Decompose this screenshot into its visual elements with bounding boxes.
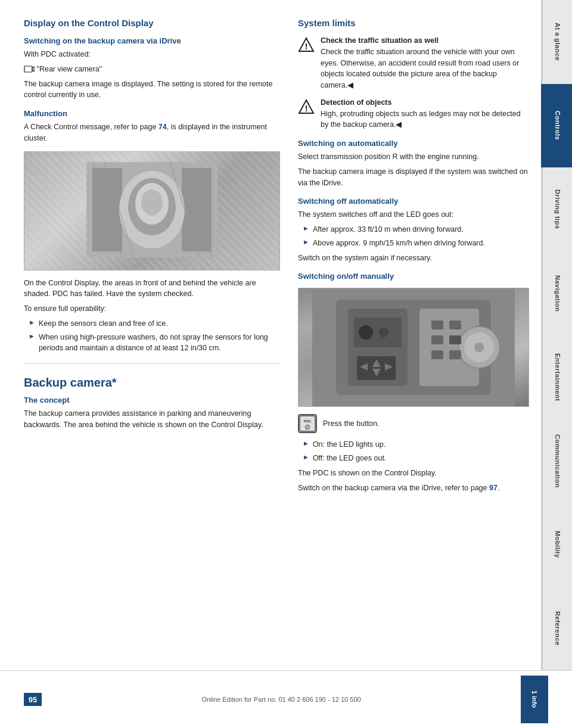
warning-icon-1: ! (298, 36, 315, 53)
sidebar: At a glance Controls Driving tips Naviga… (541, 0, 572, 670)
svg-rect-31 (431, 350, 443, 359)
bullet-arrow-6: ► (303, 453, 309, 461)
left-column: Display on the Control Display Switching… (24, 18, 280, 658)
sidebar-item-communication[interactable]: Communication (541, 419, 572, 503)
switch-backup-text1: Switch on the backup camera via the iDri… (298, 484, 489, 492)
bullet-sensors: ► Keep the sensors clean and free of ice… (24, 318, 280, 329)
sidebar-label-controls: Controls (554, 111, 561, 140)
press-button-text: Press the button. (323, 419, 380, 428)
pdc-shown-text: The PDC is shown on the Control Display. (298, 468, 529, 479)
switching-on-auto-text2: The backup camera image is displayed if … (298, 166, 529, 189)
svg-rect-27 (431, 321, 443, 329)
pdc-display-image (24, 151, 280, 270)
svg-point-8 (141, 189, 163, 216)
pdc-illustration (86, 162, 217, 257)
switch-backup-text: Switch on the backup camera via the iDri… (298, 483, 529, 494)
malfunction-heading: Malfunction (24, 109, 280, 118)
bullet-arrow-1: ► (29, 319, 35, 326)
bullet-after-text: After approx. 33 ft/10 m when driving fo… (313, 224, 464, 235)
pdc-button-icon: PDC (298, 414, 317, 433)
switching-manual-heading: Switching on/off manually (298, 272, 529, 281)
bullet-arrow-4: ► (303, 238, 309, 245)
sidebar-label-mobility: Mobility (554, 531, 561, 558)
bullet-after: ► After approx. 33 ft/10 m when driving … (298, 224, 529, 235)
malfunction-link[interactable]: 74 (158, 123, 167, 131)
press-button-block: PDC Press the button. (298, 414, 529, 433)
backup-camera-text: The backup camera image is displayed. Th… (24, 79, 280, 101)
switching-on-auto-text1: Select transmission position R with the … (298, 151, 529, 163)
with-pdc-text: With PDC activated: (24, 49, 280, 60)
warning-body-2: High, protruding objects such as ledges … (321, 110, 521, 129)
malfunction-text1: A Check Control message, refer to page (24, 123, 158, 131)
switching-off-auto-heading: Switching off automatically (298, 197, 529, 206)
concept-heading: The concept (24, 396, 280, 405)
bullet-off-text: Off: the LED goes out. (313, 453, 386, 464)
sidebar-item-navigation[interactable]: Navigation (541, 251, 572, 335)
rear-camera-svg-icon (24, 65, 35, 73)
concept-text: The backup camera provides assistance in… (24, 408, 280, 431)
sidebar-label-navigation: Navigation (554, 275, 561, 312)
warning-icon-2: ! (298, 98, 315, 115)
sidebar-label-reference: Reference (554, 611, 561, 646)
pdc-button-svg: PDC (299, 415, 316, 432)
sidebar-label-communication: Communication (554, 434, 561, 488)
bullet-arrow-3: ► (303, 225, 309, 232)
svg-marker-1 (32, 67, 34, 71)
bullet-washers-text: When using high-pressure washers, do not… (39, 332, 280, 354)
switch-backup-link[interactable]: 97 (489, 484, 498, 492)
svg-rect-32 (449, 350, 461, 359)
svg-point-22 (359, 325, 373, 340)
malfunction-text: A Check Control message, refer to page 7… (24, 122, 280, 144)
sidebar-label-driving-tips: Driving tips (554, 189, 561, 229)
warning-text-1: Check the traffic situation as well Chec… (321, 35, 529, 91)
svg-text:!: ! (305, 42, 308, 51)
svg-point-23 (379, 328, 388, 337)
backup-camera-heading: Backup camera* (24, 376, 280, 390)
right-column: System limits ! Check the traffic situat… (298, 18, 529, 658)
page-number: 95 (24, 693, 42, 706)
sidebar-item-controls[interactable]: Controls (541, 84, 572, 168)
switch-again-text: Switch on the system again if necessary. (298, 253, 529, 264)
svg-rect-29 (431, 335, 443, 344)
system-limits-heading: System limits (298, 18, 529, 28)
footer-text: Online Edition for Part no. 01 40 2 606 … (42, 696, 521, 703)
sidebar-item-entertainment[interactable]: Entertainment (541, 335, 572, 419)
car-interior-image (298, 288, 529, 407)
switching-on-heading: Switching on the backup camera via iDriv… (24, 36, 280, 45)
sidebar-item-reference[interactable]: Reference (541, 586, 572, 670)
info-badge: 1 info (521, 676, 548, 723)
warning-title-1: Check the traffic situation as well (321, 36, 439, 45)
svg-text:!: ! (305, 104, 308, 113)
warning-text-2: Detection of objects High, protruding ob… (321, 97, 529, 130)
warning-body-1: Check the traffic situation around the v… (321, 48, 519, 89)
warning-triangle-1: ! (298, 36, 315, 53)
sidebar-item-driving-tips[interactable]: Driving tips (541, 167, 572, 251)
footer: 95 Online Edition for Part no. 01 40 2 6… (0, 670, 572, 728)
bullet-arrow-2: ► (29, 332, 35, 340)
rear-view-text: "Rear view camera" (24, 64, 280, 75)
switching-off-auto-text: The system switches off and the LED goes… (298, 209, 529, 220)
info-badge-text: 1 info (531, 690, 538, 708)
separator-1 (24, 363, 280, 364)
svg-point-26 (474, 343, 484, 352)
main-heading: Display on the Control Display (24, 18, 280, 28)
svg-point-40 (305, 425, 310, 430)
car-interior-illustration (312, 288, 515, 407)
sidebar-item-at-a-glance[interactable]: At a glance (541, 0, 572, 84)
image-caption: On the Control Display, the areas in fro… (24, 278, 280, 300)
bullet-above-text: Above approx. 9 mph/15 km/h when driving… (313, 238, 485, 249)
switch-backup-text2: . (498, 484, 499, 492)
bullet-sensors-text: Keep the sensors clean and free of ice. (39, 318, 168, 329)
bullet-arrow-5: ► (303, 440, 309, 447)
warning-block-1: ! Check the traffic situation as well Ch… (298, 35, 529, 91)
svg-rect-0 (24, 66, 32, 72)
warning-title-2: Detection of objects (321, 98, 391, 107)
sidebar-label-at-a-glance: At a glance (554, 23, 561, 61)
operability-heading: To ensure full operability: (24, 303, 280, 315)
svg-text:PDC: PDC (304, 419, 312, 423)
bullet-off: ► Off: the LED goes out. (298, 453, 529, 464)
warning-triangle-2: ! (298, 98, 315, 115)
svg-rect-28 (449, 321, 461, 329)
switching-on-auto-heading: Switching on automatically (298, 139, 529, 148)
sidebar-item-mobility[interactable]: Mobility (541, 503, 572, 587)
